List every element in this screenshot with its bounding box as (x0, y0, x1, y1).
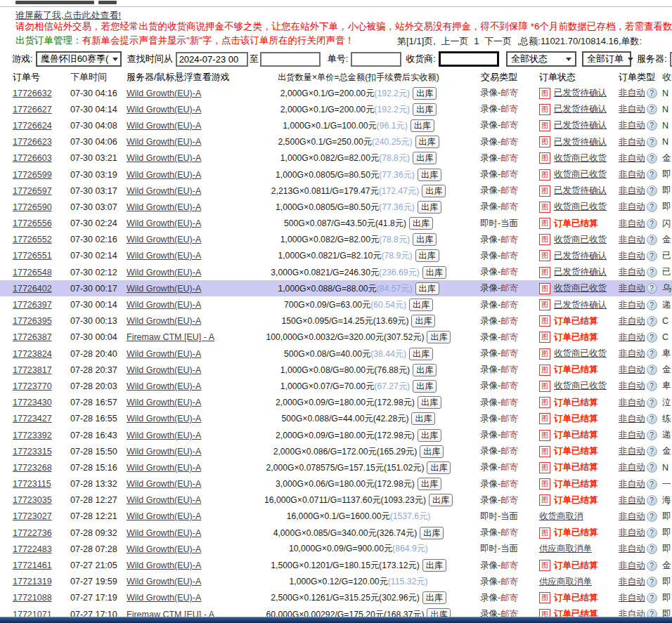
image-icon[interactable]: 图 (539, 560, 550, 571)
order-id-link[interactable]: 17726402 (13, 284, 52, 294)
order-status-link[interactable]: 供应商取消单 (539, 543, 592, 555)
order-id-link[interactable]: 17723115 (13, 479, 51, 489)
table-row[interactable]: 17722483 07-28 07:28 Wild Growth(EU)-A 1… (0, 541, 672, 557)
server-link[interactable]: Firemaw CTM [EU] - A (127, 332, 214, 342)
image-icon[interactable]: 图 (539, 152, 550, 164)
help-icon[interactable]: ? (647, 153, 657, 164)
order-id-link[interactable]: 17726551 (13, 251, 52, 261)
order-id-link[interactable]: 17726395 (13, 316, 52, 326)
table-row[interactable]: 17726395 07-30 00:13 Wild Growth(EU)-A 1… (0, 313, 672, 329)
server-link[interactable]: Wild Growth(EU)-A (127, 300, 201, 310)
order-type-link[interactable]: 非自动 (619, 560, 645, 572)
order-status-link[interactable]: 已发货待确认 (554, 103, 607, 115)
order-type-link[interactable]: 非自动 (619, 413, 645, 425)
table-row[interactable]: 17726387 07-30 00:04 Firemaw CTM [EU] - … (0, 329, 672, 346)
order-type-link[interactable]: 非自动 (619, 478, 645, 490)
buyer-input[interactable] (439, 51, 499, 67)
game-select[interactable]: 魔兽怀旧60赛季( (36, 51, 122, 67)
image-icon[interactable]: 图 (539, 120, 550, 131)
order-type-link[interactable]: 非自动 (619, 364, 645, 376)
order-type-link[interactable]: 非自动 (619, 511, 645, 523)
order-status-link[interactable]: 已发货待确认 (554, 299, 607, 311)
order-type-link[interactable]: 非自动 (619, 576, 645, 588)
server-link[interactable]: Wild Growth(EU)-A (127, 431, 201, 440)
order-status-link[interactable]: 已发货待确认 (554, 119, 607, 131)
table-row[interactable]: 17726627 07-30 04:14 Wild Growth(EU)-A 2… (0, 101, 672, 117)
ship-button[interactable]: 出库 (413, 87, 437, 100)
image-icon[interactable]: 图 (539, 478, 550, 490)
order-type-link[interactable]: 非自动 (619, 429, 645, 441)
table-row[interactable]: 17723817 07-28 20:37 Wild Growth(EU)-A 1… (0, 362, 672, 378)
help-icon[interactable]: ? (647, 316, 657, 327)
help-icon[interactable]: ? (647, 560, 657, 571)
order-status-link[interactable]: 已发货待确认 (554, 136, 607, 148)
order-id-link[interactable]: 17726597 (13, 186, 52, 196)
server-link[interactable]: Wild Growth(EU)-A (127, 235, 201, 244)
order-id-link[interactable]: 17722736 (13, 528, 52, 538)
help-icon[interactable]: ? (647, 479, 657, 490)
table-row[interactable]: 17723115 07-28 13:32 Wild Growth(EU)-A 3… (0, 476, 672, 492)
help-icon[interactable]: ? (647, 300, 657, 310)
server-link[interactable]: Wild Growth(EU)-A (127, 251, 201, 261)
table-row[interactable]: 17723035 07-28 12:27 Wild Growth(EU)-A 1… (0, 492, 672, 509)
help-icon[interactable]: ? (647, 446, 657, 457)
image-icon[interactable]: 图 (539, 494, 550, 506)
order-type-link[interactable]: 非自动 (619, 136, 645, 148)
table-row[interactable]: 17726551 07-30 02:14 Wild Growth(EU)-A 1… (0, 248, 672, 264)
ship-button[interactable]: 出库 (413, 103, 437, 116)
table-row[interactable]: 17721461 07-27 21:05 Wild Growth(EU)-A 1… (0, 557, 672, 573)
server-link[interactable]: Wild Growth(EU)-A (127, 137, 201, 147)
ship-button[interactable]: 出库 (413, 364, 437, 376)
help-icon[interactable]: ? (647, 137, 657, 147)
order-id-link[interactable]: 17722483 (13, 544, 52, 554)
order-id-link[interactable]: 17726599 (13, 170, 52, 180)
order-id-link[interactable]: 17723427 (13, 414, 52, 424)
image-icon[interactable]: 图 (539, 315, 550, 327)
image-icon[interactable]: 图 (539, 446, 550, 457)
time-from-input[interactable] (176, 52, 248, 67)
ship-button[interactable]: 出库 (422, 266, 446, 279)
image-icon[interactable]: 图 (539, 185, 550, 197)
server-link[interactable]: Wild Growth(EU)-A (127, 381, 201, 391)
table-row[interactable]: 17726623 07-30 04:06 Wild Growth(EU)-A 2… (0, 134, 672, 150)
order-type-link[interactable]: 非自动 (619, 332, 645, 343)
server-link[interactable]: Wild Growth(EU)-A (127, 284, 201, 294)
help-icon[interactable]: ? (647, 381, 657, 391)
order-status-link[interactable]: 收货商已收货 (554, 169, 607, 181)
ship-button[interactable]: 出库 (427, 331, 451, 343)
order-no-input[interactable] (351, 52, 401, 67)
server-link[interactable]: Wild Growth(EU)-A (127, 365, 201, 375)
order-id-link[interactable]: 17726624 (13, 121, 52, 131)
order-type-link[interactable]: 非自动 (619, 234, 645, 246)
server-link[interactable]: Wild Growth(EU)-A (127, 593, 201, 603)
table-row[interactable]: 17723315 07-28 15:50 Wild Growth(EU)-A 2… (0, 443, 672, 459)
help-icon[interactable]: ? (647, 267, 657, 277)
help-icon[interactable]: ? (647, 185, 657, 196)
table-row[interactable]: 17726632 07-30 04:16 Wild Growth(EU)-A 2… (0, 85, 672, 101)
ship-button[interactable]: 出库 (415, 249, 439, 262)
help-icon[interactable]: ? (647, 251, 657, 261)
help-icon[interactable]: ? (647, 88, 657, 98)
server-input[interactable] (670, 52, 672, 67)
server-link[interactable]: Wild Growth(EU)-A (127, 463, 201, 473)
image-icon[interactable]: 图 (539, 283, 550, 294)
server-link[interactable]: Wild Growth(EU)-A (127, 398, 201, 407)
table-row[interactable]: 17726402 07-30 00:17 Wild Growth(EU)-A 1… (0, 280, 672, 296)
ship-button[interactable]: 出库 (409, 299, 433, 311)
image-icon[interactable]: 图 (539, 592, 550, 603)
image-icon[interactable]: 图 (539, 332, 550, 343)
image-icon[interactable]: 图 (539, 413, 550, 424)
order-status-link[interactable]: 已发货待确认 (554, 87, 607, 99)
table-row[interactable]: 17726590 07-30 03:07 Wild Growth(EU)-A 1… (0, 199, 672, 215)
help-icon[interactable]: ? (647, 202, 657, 212)
image-icon[interactable]: 图 (539, 104, 550, 115)
ship-button[interactable]: 出库 (411, 119, 434, 132)
order-id-link[interactable]: 17726603 (13, 153, 52, 163)
server-link[interactable]: Wild Growth(EU)-A (127, 218, 201, 228)
server-link[interactable]: Wild Growth(EU)-A (127, 170, 201, 180)
order-id-link[interactable]: 17723315 (13, 447, 52, 457)
help-icon[interactable]: ? (647, 365, 657, 375)
order-id-link[interactable]: 17726590 (13, 202, 52, 212)
help-icon[interactable]: ? (647, 577, 657, 587)
server-link[interactable]: Wild Growth(EU)-A (127, 316, 201, 326)
